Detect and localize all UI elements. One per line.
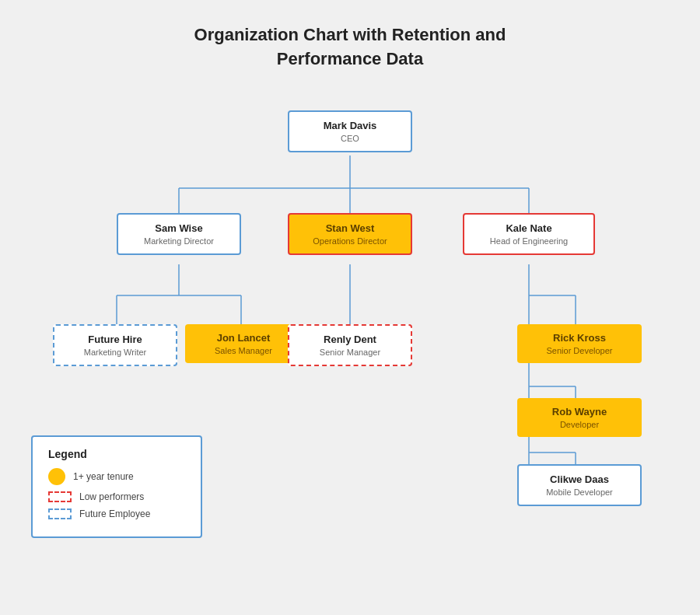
node-rick-kross: Rick Kross Senior Developer xyxy=(517,324,642,364)
node-sam-wise: Sam Wise Marketing Director xyxy=(117,213,241,256)
chart-container: Organization Chart with Retention andPer… xyxy=(0,0,700,615)
node-clikwe-daas: Clikwe Daas Mobile Developer xyxy=(517,464,642,507)
legend-dashed-red-box xyxy=(48,491,72,502)
legend-dashed-blue-box xyxy=(48,508,72,519)
chart-title: Organization Chart with Retention andPer… xyxy=(16,23,684,72)
node-kale-nate: Kale Nate Head of Engineering xyxy=(463,213,595,256)
node-future-hire: Future Hire Marketing Writer xyxy=(53,324,177,367)
node-mark-davis: Mark Davis CEO xyxy=(288,110,412,153)
legend-circle-yellow xyxy=(48,468,65,485)
node-stan-west: Stan West Operations Director xyxy=(288,213,412,256)
legend-item-low-performers: Low performers xyxy=(48,491,185,502)
legend: Legend 1+ year tenure Low performers Fut… xyxy=(31,435,202,538)
legend-label-tenure: 1+ year tenure xyxy=(73,471,134,482)
node-rob-wayne: Rob Wayne Developer xyxy=(517,398,642,438)
legend-item-future-employee: Future Employee xyxy=(48,508,185,519)
legend-title: Legend xyxy=(48,448,185,460)
node-jon-lancet: Jon Lancet Sales Manager xyxy=(185,324,302,364)
legend-item-tenure: 1+ year tenure xyxy=(48,468,185,485)
node-renly-dent: Renly Dent Senior Manager xyxy=(288,324,412,367)
org-chart: Mark Davis CEO Sam Wise Marketing Direct… xyxy=(16,95,684,530)
legend-label-future-employee: Future Employee xyxy=(79,508,150,519)
legend-label-low-performers: Low performers xyxy=(79,491,144,502)
